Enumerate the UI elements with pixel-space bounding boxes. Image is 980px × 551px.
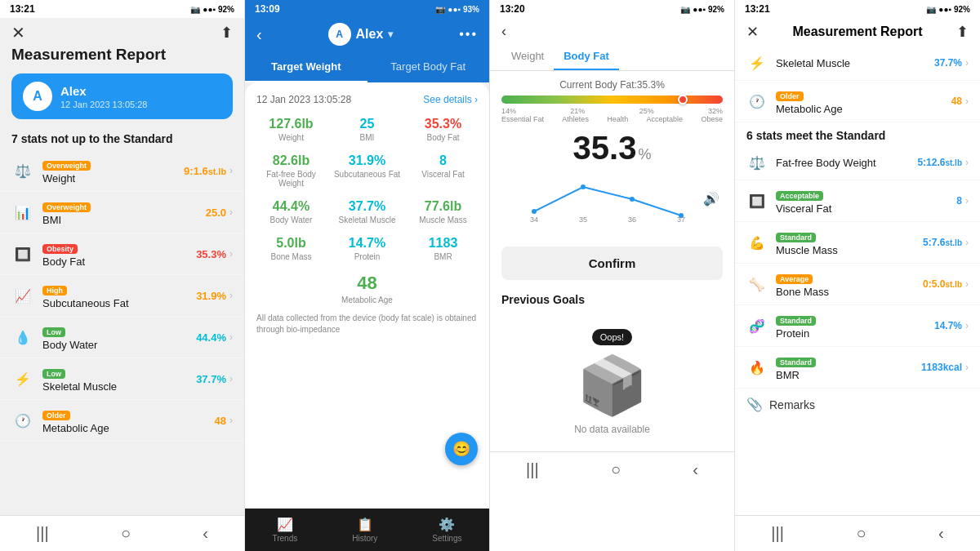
p3-back-icon[interactable]: ‹ xyxy=(501,23,506,40)
p3-tab-weight[interactable]: Weight xyxy=(501,43,554,70)
footer-history[interactable]: 📋 History xyxy=(352,517,377,543)
p2-fab[interactable]: 😊 xyxy=(445,433,478,465)
p2-lbl-visceral: Visceral Fat xyxy=(408,170,478,179)
footer-trends[interactable]: 📈 Trends xyxy=(272,517,297,543)
stat-item-subcutfat[interactable]: 📈 High Subcutaneous Fat 31.9% › xyxy=(0,275,244,317)
tab-target-bodyfat[interactable]: Target Body Fat xyxy=(368,52,490,82)
p3-chart-area: Current Body Fat:35.3% 14% 21% 25% 32% E… xyxy=(490,71,734,240)
p3-chart-svg: 34 35 36 37 xyxy=(510,167,714,224)
battery-2: 93% xyxy=(463,5,479,14)
p4-stat-bonemass[interactable]: 🦴 Average Bone Mass 0:5.0st.lb › xyxy=(735,264,980,305)
trends-label: Trends xyxy=(272,534,297,543)
p3-tab-bodyfat[interactable]: Body Fat xyxy=(554,43,619,70)
p4-bonemass-badge: Average xyxy=(776,274,813,284)
p4-chevron-fatfreebw: › xyxy=(965,157,969,168)
status-icons-3: 📷 ●●▪ 92% xyxy=(680,5,724,14)
skelmuscle-value: 37.7% xyxy=(196,373,226,385)
nav-home-3[interactable]: ○ xyxy=(611,460,621,479)
bodywater-badge: Low xyxy=(42,327,65,337)
nav-back-3[interactable]: ‹ xyxy=(693,460,698,479)
p3-audio-icon[interactable]: 🔊 xyxy=(703,191,719,207)
p4-stat-visceral[interactable]: 🔲 Acceptable Visceral Fat 8 › xyxy=(735,180,980,222)
settings-icon: ⚙️ xyxy=(439,517,455,532)
p2-stat-bmr[interactable]: 1183 BMR xyxy=(408,236,478,261)
stat-item-bodywater[interactable]: 💧 Low Body Water 44.4% › xyxy=(0,317,244,358)
p2-more-icon[interactable]: ••• xyxy=(459,27,478,42)
back-icon-1[interactable]: ✕ xyxy=(11,23,25,42)
footer-settings[interactable]: ⚙️ Settings xyxy=(432,517,461,543)
p2-avatar: A xyxy=(328,23,351,46)
p2-lbl-subcutfat: Subcutaneous Fat xyxy=(332,170,402,179)
p4-stat-metabolicage[interactable]: 🕐 Older Metabolic Age 48 › xyxy=(735,81,980,122)
p2-stat-visceral[interactable]: 8 Visceral Fat xyxy=(408,153,478,188)
subcutfat-value: 31.9% xyxy=(196,290,226,302)
p4-chevron-protein: › xyxy=(965,320,969,331)
p3-confirm-button[interactable]: Confirm xyxy=(501,247,723,280)
p2-stat-musclemass[interactable]: 77.6lb Muscle Mass xyxy=(408,199,478,224)
tab-target-weight[interactable]: Target Weight xyxy=(245,52,368,82)
p2-stat-skelmuscle[interactable]: 37.7% Skeletal Muscle xyxy=(332,199,402,224)
signal-icon-3: ●●▪ xyxy=(693,5,706,14)
p4-stat-protein[interactable]: 🧬 Standard Protein 14.7% › xyxy=(735,305,980,347)
p2-dropdown-icon[interactable]: ▾ xyxy=(388,29,393,40)
p2-stat-fatfree[interactable]: 82.6lb Fat-free Body Weight xyxy=(256,153,326,188)
bmi-label-group: Overweight BMI xyxy=(42,198,206,226)
status-bar-1: 13:21 📷 ●●▪ 92% xyxy=(0,0,244,18)
p2-stat-bmi[interactable]: 25 BMI xyxy=(332,117,402,142)
p2-stat-weight[interactable]: 127.6lb Weight xyxy=(256,117,326,142)
nav-back-1[interactable]: ‹ xyxy=(203,524,208,543)
stat-item-skelmuscle[interactable]: ⚡ Low Skeletal Muscle 37.7% › xyxy=(0,358,244,400)
p4-musclemass-name: Muscle Mass xyxy=(776,244,923,256)
status-icons-1: 📷 ●●▪ 92% xyxy=(190,5,234,14)
stat-item-bmi[interactable]: 📊 Overweight BMI 25.0 › xyxy=(0,192,244,233)
p2-val-bodyfat: 35.3% xyxy=(408,117,478,131)
skelmuscle-name: Skeletal Muscle xyxy=(42,380,196,393)
stat-item-bodyfat[interactable]: 🔲 Obesity Body Fat 35.3% › xyxy=(0,233,244,275)
stat-item-metabolicage[interactable]: 🕐 Older Metabolic Age 48 › xyxy=(0,400,244,442)
p1-title: Measurement Report xyxy=(0,46,244,69)
p3-bar-cats: Essential Fat Athletes Health Acceptable… xyxy=(501,115,723,123)
p2-val-visceral: 8 xyxy=(408,153,478,168)
p4-stat-skelmuscle[interactable]: ⚡ Skeletal Muscle 37.7% › xyxy=(735,46,980,81)
p4-stat-musclemass[interactable]: 💪 Standard Muscle Mass 5:7.6st.lb › xyxy=(735,222,980,264)
p2-stat-subcutfat[interactable]: 31.9% Subcutaneous Fat xyxy=(332,153,402,188)
nav-home-1[interactable]: ○ xyxy=(121,524,131,543)
camera-icon-4: 📷 xyxy=(926,5,936,14)
p2-fab-spacer xyxy=(256,335,478,352)
p4-stat-fatfreebw[interactable]: ⚖️ Fat-free Body Weight 5:12.6st.lb › xyxy=(735,145,980,180)
p2-stat-protein[interactable]: 14.7% Protein xyxy=(332,236,402,261)
nav-menu-1[interactable]: ||| xyxy=(36,524,49,543)
p2-lbl-bodywater: Body Water xyxy=(256,216,326,224)
p4-chevron-musclemass: › xyxy=(965,237,969,248)
p4-share-icon[interactable]: ⬆ xyxy=(956,23,969,41)
svg-point-1 xyxy=(581,184,586,189)
p2-lbl-bodyfat: Body Fat xyxy=(408,133,478,142)
p2-footer-nav: 📈 Trends 📋 History ⚙️ Settings xyxy=(245,508,489,551)
nav-home-4[interactable]: ○ xyxy=(856,524,866,543)
p2-back-icon[interactable]: ‹ xyxy=(256,25,262,44)
p2-header: ‹ A Alex ▾ ••• xyxy=(245,18,489,52)
panel-1: 13:21 📷 ●●▪ 92% ✕ ⬆ Measurement Report A… xyxy=(0,0,245,551)
stat-item-weight[interactable]: ⚖️ Overweight Weight 9:1.6st.lb › xyxy=(0,150,244,192)
panel-3: 13:20 📷 ●●▪ 92% ‹ Weight Body Fat Curren… xyxy=(490,0,735,551)
p4-remarks[interactable]: 📎 Remarks xyxy=(735,389,980,420)
history-label: History xyxy=(352,534,377,543)
nav-back-4[interactable]: ‹ xyxy=(938,524,944,543)
p2-lbl-skelmuscle: Skeletal Muscle xyxy=(332,216,402,224)
p2-note: All data collected from the device (body… xyxy=(256,313,478,335)
p2-stat-bodywater[interactable]: 44.4% Body Water xyxy=(256,199,326,224)
bar-lbl-25: 25% xyxy=(639,107,654,115)
p4-stat-bmr[interactable]: 🔥 Standard BMR 1183kcal › xyxy=(735,347,980,389)
p2-see-details[interactable]: See details › xyxy=(423,94,478,105)
nav-menu-4[interactable]: ||| xyxy=(771,524,784,543)
signal-icon-4: ●●▪ xyxy=(938,5,951,14)
p2-stat-bodyfat[interactable]: 35.3% Body Fat xyxy=(408,117,478,142)
share-icon-1[interactable]: ⬆ xyxy=(220,24,233,42)
user-info-1: Alex 12 Jan 2023 13:05:28 xyxy=(60,84,147,109)
p2-stat-bonemass[interactable]: 5.0lb Bone Mass xyxy=(256,236,326,261)
p4-close-icon[interactable]: ✕ xyxy=(746,23,759,41)
nav-menu-3[interactable]: ||| xyxy=(526,460,539,479)
p2-val-fatfree: 82.6lb xyxy=(256,153,326,168)
bar-lbl-32: 32% xyxy=(708,107,723,115)
time-2: 13:09 xyxy=(255,3,280,15)
